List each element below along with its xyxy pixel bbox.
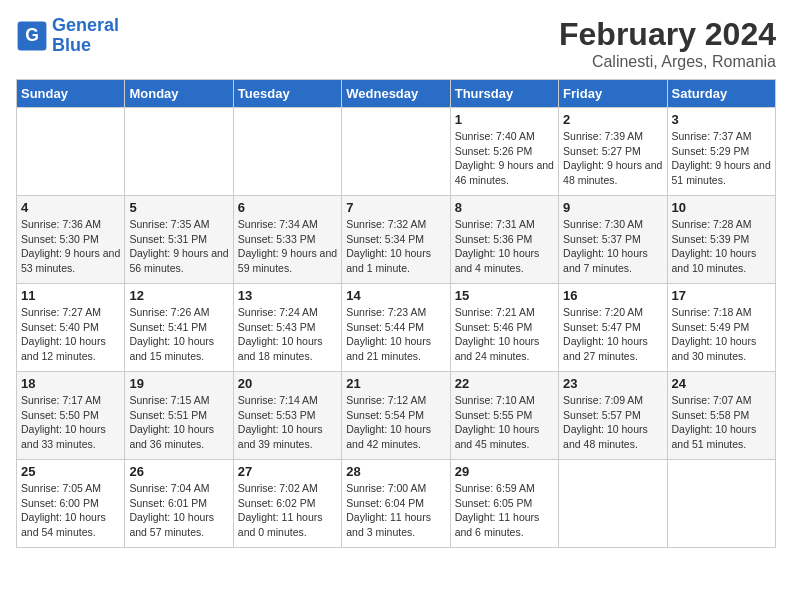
- day-info: Sunrise: 7:27 AMSunset: 5:40 PMDaylight:…: [21, 305, 120, 364]
- day-info: Sunrise: 7:32 AMSunset: 5:34 PMDaylight:…: [346, 217, 445, 276]
- calendar-cell: 16Sunrise: 7:20 AMSunset: 5:47 PMDayligh…: [559, 284, 667, 372]
- day-info: Sunrise: 7:24 AMSunset: 5:43 PMDaylight:…: [238, 305, 337, 364]
- day-info: Sunrise: 7:04 AMSunset: 6:01 PMDaylight:…: [129, 481, 228, 540]
- weekday-header-saturday: Saturday: [667, 80, 775, 108]
- calendar-cell: 10Sunrise: 7:28 AMSunset: 5:39 PMDayligh…: [667, 196, 775, 284]
- calendar-cell: 9Sunrise: 7:30 AMSunset: 5:37 PMDaylight…: [559, 196, 667, 284]
- calendar-table: SundayMondayTuesdayWednesdayThursdayFrid…: [16, 79, 776, 548]
- calendar-cell: 21Sunrise: 7:12 AMSunset: 5:54 PMDayligh…: [342, 372, 450, 460]
- day-number: 21: [346, 376, 445, 391]
- calendar-cell: 23Sunrise: 7:09 AMSunset: 5:57 PMDayligh…: [559, 372, 667, 460]
- day-number: 15: [455, 288, 554, 303]
- day-number: 6: [238, 200, 337, 215]
- day-number: 25: [21, 464, 120, 479]
- day-number: 16: [563, 288, 662, 303]
- day-info: Sunrise: 7:18 AMSunset: 5:49 PMDaylight:…: [672, 305, 771, 364]
- calendar-cell: [667, 460, 775, 548]
- day-number: 23: [563, 376, 662, 391]
- day-number: 2: [563, 112, 662, 127]
- day-info: Sunrise: 7:23 AMSunset: 5:44 PMDaylight:…: [346, 305, 445, 364]
- location-title: Calinesti, Arges, Romania: [559, 53, 776, 71]
- calendar-cell: 25Sunrise: 7:05 AMSunset: 6:00 PMDayligh…: [17, 460, 125, 548]
- day-info: Sunrise: 7:28 AMSunset: 5:39 PMDaylight:…: [672, 217, 771, 276]
- calendar-cell: 6Sunrise: 7:34 AMSunset: 5:33 PMDaylight…: [233, 196, 341, 284]
- weekday-header-monday: Monday: [125, 80, 233, 108]
- calendar-cell: 18Sunrise: 7:17 AMSunset: 5:50 PMDayligh…: [17, 372, 125, 460]
- day-number: 9: [563, 200, 662, 215]
- weekday-header-friday: Friday: [559, 80, 667, 108]
- weekday-header-thursday: Thursday: [450, 80, 558, 108]
- calendar-cell: 27Sunrise: 7:02 AMSunset: 6:02 PMDayligh…: [233, 460, 341, 548]
- title-area: February 2024 Calinesti, Arges, Romania: [559, 16, 776, 71]
- day-info: Sunrise: 7:36 AMSunset: 5:30 PMDaylight:…: [21, 217, 120, 276]
- day-info: Sunrise: 7:35 AMSunset: 5:31 PMDaylight:…: [129, 217, 228, 276]
- day-info: Sunrise: 7:15 AMSunset: 5:51 PMDaylight:…: [129, 393, 228, 452]
- calendar-cell: 28Sunrise: 7:00 AMSunset: 6:04 PMDayligh…: [342, 460, 450, 548]
- day-number: 5: [129, 200, 228, 215]
- calendar-cell: 7Sunrise: 7:32 AMSunset: 5:34 PMDaylight…: [342, 196, 450, 284]
- day-number: 18: [21, 376, 120, 391]
- calendar-cell: 5Sunrise: 7:35 AMSunset: 5:31 PMDaylight…: [125, 196, 233, 284]
- day-info: Sunrise: 7:20 AMSunset: 5:47 PMDaylight:…: [563, 305, 662, 364]
- day-number: 24: [672, 376, 771, 391]
- logo-icon: G: [16, 20, 48, 52]
- calendar-cell: [233, 108, 341, 196]
- day-info: Sunrise: 7:21 AMSunset: 5:46 PMDaylight:…: [455, 305, 554, 364]
- day-info: Sunrise: 7:07 AMSunset: 5:58 PMDaylight:…: [672, 393, 771, 452]
- calendar-cell: 3Sunrise: 7:37 AMSunset: 5:29 PMDaylight…: [667, 108, 775, 196]
- day-info: Sunrise: 7:14 AMSunset: 5:53 PMDaylight:…: [238, 393, 337, 452]
- day-number: 14: [346, 288, 445, 303]
- calendar-week-row: 1Sunrise: 7:40 AMSunset: 5:26 PMDaylight…: [17, 108, 776, 196]
- day-number: 7: [346, 200, 445, 215]
- calendar-week-row: 11Sunrise: 7:27 AMSunset: 5:40 PMDayligh…: [17, 284, 776, 372]
- calendar-cell: 11Sunrise: 7:27 AMSunset: 5:40 PMDayligh…: [17, 284, 125, 372]
- day-info: Sunrise: 7:34 AMSunset: 5:33 PMDaylight:…: [238, 217, 337, 276]
- calendar-cell: 12Sunrise: 7:26 AMSunset: 5:41 PMDayligh…: [125, 284, 233, 372]
- day-info: Sunrise: 7:31 AMSunset: 5:36 PMDaylight:…: [455, 217, 554, 276]
- logo-text: GeneralBlue: [52, 16, 119, 56]
- calendar-cell: 8Sunrise: 7:31 AMSunset: 5:36 PMDaylight…: [450, 196, 558, 284]
- calendar-cell: [17, 108, 125, 196]
- calendar-week-row: 4Sunrise: 7:36 AMSunset: 5:30 PMDaylight…: [17, 196, 776, 284]
- day-info: Sunrise: 7:40 AMSunset: 5:26 PMDaylight:…: [455, 129, 554, 188]
- day-number: 19: [129, 376, 228, 391]
- month-title: February 2024: [559, 16, 776, 53]
- day-number: 17: [672, 288, 771, 303]
- calendar-cell: [125, 108, 233, 196]
- calendar-cell: 13Sunrise: 7:24 AMSunset: 5:43 PMDayligh…: [233, 284, 341, 372]
- day-info: Sunrise: 7:30 AMSunset: 5:37 PMDaylight:…: [563, 217, 662, 276]
- weekday-header-wednesday: Wednesday: [342, 80, 450, 108]
- calendar-cell: 15Sunrise: 7:21 AMSunset: 5:46 PMDayligh…: [450, 284, 558, 372]
- calendar-cell: [342, 108, 450, 196]
- day-info: Sunrise: 7:09 AMSunset: 5:57 PMDaylight:…: [563, 393, 662, 452]
- svg-text:G: G: [25, 25, 39, 45]
- day-number: 10: [672, 200, 771, 215]
- calendar-cell: 17Sunrise: 7:18 AMSunset: 5:49 PMDayligh…: [667, 284, 775, 372]
- day-number: 22: [455, 376, 554, 391]
- calendar-week-row: 18Sunrise: 7:17 AMSunset: 5:50 PMDayligh…: [17, 372, 776, 460]
- day-info: Sunrise: 7:26 AMSunset: 5:41 PMDaylight:…: [129, 305, 228, 364]
- day-number: 12: [129, 288, 228, 303]
- day-number: 8: [455, 200, 554, 215]
- calendar-cell: 24Sunrise: 7:07 AMSunset: 5:58 PMDayligh…: [667, 372, 775, 460]
- day-info: Sunrise: 6:59 AMSunset: 6:05 PMDaylight:…: [455, 481, 554, 540]
- day-number: 26: [129, 464, 228, 479]
- day-info: Sunrise: 7:10 AMSunset: 5:55 PMDaylight:…: [455, 393, 554, 452]
- day-number: 11: [21, 288, 120, 303]
- day-number: 27: [238, 464, 337, 479]
- day-number: 29: [455, 464, 554, 479]
- day-info: Sunrise: 7:12 AMSunset: 5:54 PMDaylight:…: [346, 393, 445, 452]
- weekday-header-sunday: Sunday: [17, 80, 125, 108]
- calendar-cell: 22Sunrise: 7:10 AMSunset: 5:55 PMDayligh…: [450, 372, 558, 460]
- day-info: Sunrise: 7:39 AMSunset: 5:27 PMDaylight:…: [563, 129, 662, 188]
- calendar-week-row: 25Sunrise: 7:05 AMSunset: 6:00 PMDayligh…: [17, 460, 776, 548]
- calendar-cell: [559, 460, 667, 548]
- weekday-header-row: SundayMondayTuesdayWednesdayThursdayFrid…: [17, 80, 776, 108]
- logo: G GeneralBlue: [16, 16, 119, 56]
- calendar-cell: 1Sunrise: 7:40 AMSunset: 5:26 PMDaylight…: [450, 108, 558, 196]
- calendar-cell: 2Sunrise: 7:39 AMSunset: 5:27 PMDaylight…: [559, 108, 667, 196]
- day-info: Sunrise: 7:17 AMSunset: 5:50 PMDaylight:…: [21, 393, 120, 452]
- day-info: Sunrise: 7:00 AMSunset: 6:04 PMDaylight:…: [346, 481, 445, 540]
- weekday-header-tuesday: Tuesday: [233, 80, 341, 108]
- day-info: Sunrise: 7:02 AMSunset: 6:02 PMDaylight:…: [238, 481, 337, 540]
